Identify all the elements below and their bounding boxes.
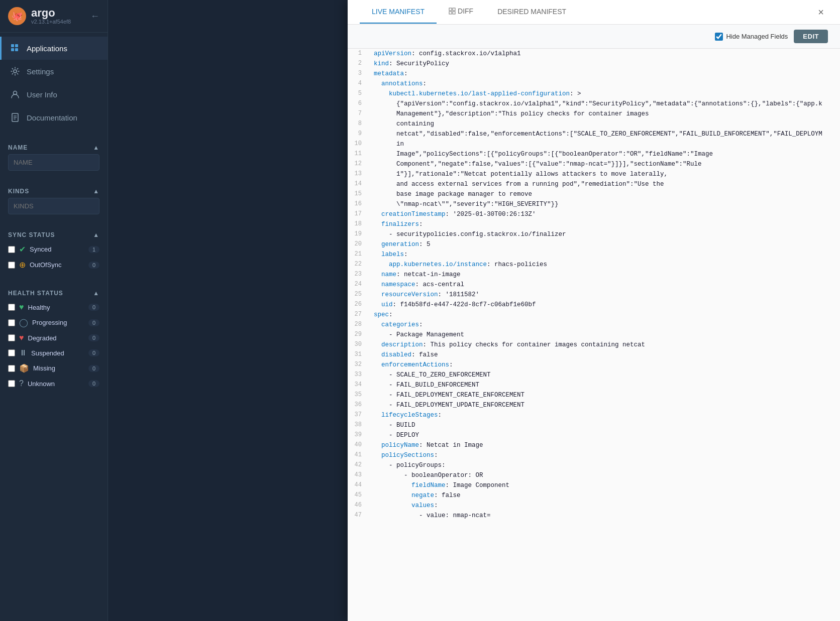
diff-tab-label: DIFF xyxy=(449,7,473,15)
sidebar-item-applications[interactable]: Applications xyxy=(0,37,108,60)
line-number: 25 xyxy=(348,290,368,300)
health-progressing-checkbox[interactable] xyxy=(8,319,15,326)
name-filter-input[interactable] xyxy=(8,154,99,171)
table-row: 41 policySections: xyxy=(348,450,840,460)
kinds-filter-header: KINDS ▲ xyxy=(8,183,99,198)
health-healthy-count: 0 xyxy=(88,304,99,311)
sync-outofsync-count: 0 xyxy=(88,262,99,269)
collapse-kinds-icon[interactable]: ▲ xyxy=(93,188,99,195)
user-icon xyxy=(10,89,21,100)
back-button[interactable]: ← xyxy=(90,11,99,22)
table-row: 19 - securitypolicies.config.stackrox.io… xyxy=(348,229,840,239)
line-code: metadata: xyxy=(368,69,840,79)
line-code: - BUILD xyxy=(368,420,840,430)
svg-rect-0 xyxy=(11,44,14,47)
line-number: 34 xyxy=(348,380,368,390)
line-number: 41 xyxy=(348,450,368,460)
svg-rect-1 xyxy=(11,48,14,51)
filter-section-name: NAME ▲ xyxy=(0,133,108,177)
modal-header: LIVE MANIFEST DIFF DESIRED MANIFEST × xyxy=(348,0,840,25)
health-suspended-checkbox[interactable] xyxy=(8,349,15,356)
table-row: 38 - BUILD xyxy=(348,420,840,430)
health-healthy-label: Healthy xyxy=(28,304,50,311)
sidebar-applications-label: Applications xyxy=(27,44,67,53)
table-row: 24 namespace: acs-central xyxy=(348,280,840,290)
progressing-icon: ◯ xyxy=(19,318,28,327)
line-number: 43 xyxy=(348,470,368,480)
health-unknown-checkbox[interactable] xyxy=(8,380,15,387)
synced-icon: ✔ xyxy=(19,244,26,254)
table-row: 27spec: xyxy=(348,310,840,320)
main-content: LIVE MANIFEST DIFF DESIRED MANIFEST × xyxy=(108,0,840,621)
line-number: 33 xyxy=(348,370,368,380)
kinds-filter-input[interactable] xyxy=(8,198,99,214)
hide-managed-fields-label[interactable]: Hide Managed Fields xyxy=(715,33,788,41)
line-number: 14 xyxy=(348,179,368,189)
table-row: 44 fieldName: Image Component xyxy=(348,480,840,490)
sync-synced-checkbox[interactable] xyxy=(8,246,15,253)
line-number: 17 xyxy=(348,209,368,219)
health-missing-label: Missing xyxy=(33,364,55,372)
edit-button[interactable]: EDIT xyxy=(794,30,828,43)
line-number: 44 xyxy=(348,480,368,490)
line-number: 46 xyxy=(348,501,368,511)
logo-version: v2.13.1+af54ef8 xyxy=(31,19,71,25)
health-missing-checkbox[interactable] xyxy=(8,365,15,372)
sidebar-item-user-info[interactable]: User Info xyxy=(0,83,108,106)
collapse-sync-icon[interactable]: ▲ xyxy=(93,231,99,238)
health-suspended-count: 0 xyxy=(88,349,99,356)
table-row: 36 - FAIL_DEPLOYMENT_UPDATE_ENFORCEMENT xyxy=(348,400,840,410)
table-row: 20 generation: 5 xyxy=(348,239,840,250)
line-number: 4 xyxy=(348,79,368,89)
line-number: 23 xyxy=(348,270,368,280)
hide-managed-fields-checkbox[interactable] xyxy=(715,33,723,41)
line-code: - Package Management xyxy=(368,330,840,340)
line-code: kubectl.kubernetes.io/last-applied-confi… xyxy=(368,89,840,99)
sync-item-outofsync: ⊕ OutOfSync 0 xyxy=(8,257,99,273)
tab-diff[interactable]: DIFF xyxy=(437,0,485,24)
line-code: - FAIL_BUILD_ENFORCEMENT xyxy=(368,380,840,390)
line-code: apiVersion: config.stackrox.io/v1alpha1 xyxy=(368,49,840,59)
table-row: 10 in xyxy=(348,139,840,149)
table-row: 18 finalizers: xyxy=(348,219,840,229)
line-code: name: netcat-in-image xyxy=(368,270,840,280)
line-code: annotations: xyxy=(368,79,840,89)
collapse-health-icon[interactable]: ▲ xyxy=(93,290,99,297)
sidebar-user-label: User Info xyxy=(27,90,57,99)
modal-code-body[interactable]: 1apiVersion: config.stackrox.io/v1alpha1… xyxy=(348,49,840,621)
health-healthy-checkbox[interactable] xyxy=(8,304,15,311)
line-code: - securitypolicies.config.stackrox.io/fi… xyxy=(368,229,840,239)
sidebar-nav: Applications Settings User Info xyxy=(0,33,108,133)
table-row: 34 - FAIL_BUILD_ENFORCEMENT xyxy=(348,380,840,390)
line-code: - booleanOperator: OR xyxy=(368,470,840,480)
table-row: 40 policyName: Netcat in Image xyxy=(348,440,840,450)
line-code: app.kubernetes.io/instance: rhacs-polici… xyxy=(368,260,840,270)
modal-close-button[interactable]: × xyxy=(814,5,828,20)
line-number: 12 xyxy=(348,159,368,169)
table-row: 33 - SCALE_TO_ZERO_ENFORCEMENT xyxy=(348,370,840,380)
health-degraded-count: 0 xyxy=(88,334,99,341)
line-number: 21 xyxy=(348,250,368,260)
table-row: 1apiVersion: config.stackrox.io/v1alpha1 xyxy=(348,49,840,59)
svg-rect-11 xyxy=(453,8,455,11)
sync-outofsync-checkbox[interactable] xyxy=(8,262,15,269)
line-number: 6 xyxy=(348,99,368,109)
health-degraded-checkbox[interactable] xyxy=(8,334,15,341)
line-code: lifecycleStages: xyxy=(368,410,840,420)
line-number: 1 xyxy=(348,49,368,59)
line-number: 31 xyxy=(348,350,368,360)
tab-desired-manifest[interactable]: DESIRED MANIFEST xyxy=(485,1,578,24)
sync-synced-count: 1 xyxy=(88,246,99,253)
sidebar-item-documentation[interactable]: Documentation xyxy=(0,106,108,129)
tab-live-manifest[interactable]: LIVE MANIFEST xyxy=(360,1,437,24)
line-code: disabled: false xyxy=(368,350,840,360)
collapse-name-icon[interactable]: ▲ xyxy=(93,144,99,151)
line-code: finalizers: xyxy=(368,219,840,229)
table-row: 35 - FAIL_DEPLOYMENT_CREATE_ENFORCEMENT xyxy=(348,390,840,400)
sidebar-item-settings[interactable]: Settings xyxy=(0,60,108,83)
missing-icon: 📦 xyxy=(19,363,29,373)
sync-synced-label: Synced xyxy=(30,245,51,253)
line-code: - DEPLOY xyxy=(368,430,840,440)
svg-rect-12 xyxy=(449,12,452,14)
table-row: 3metadata: xyxy=(348,69,840,79)
